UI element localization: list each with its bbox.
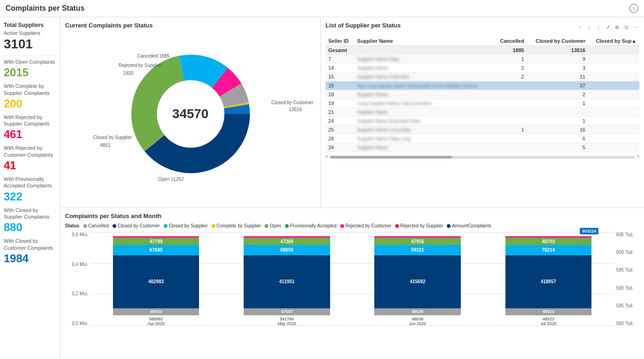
- stat-value-6: 1984: [4, 252, 56, 265]
- y-label-04: 0,4 Mio.: [72, 262, 88, 267]
- row-closed-customer: 6: [527, 134, 588, 143]
- bar-bottom-label-apr: 580892: [149, 317, 163, 321]
- row-closed-customer: 9: [527, 55, 588, 64]
- table-nav-prev[interactable]: <: [325, 154, 328, 159]
- tooltip-badge: 603224: [580, 228, 598, 234]
- left-panel: Total Suppliers Active Suppliers 3101 Wi…: [0, 17, 60, 359]
- bar-segment-may-closed-supplier: 68858: [244, 245, 330, 255]
- legend-closed-supplier: Closed by Supplier: [164, 223, 208, 228]
- row-closed-supplier: [588, 64, 639, 73]
- bars-area: 46033 402983 67690 47799: [91, 232, 614, 334]
- info-icon[interactable]: ℹ: [629, 4, 638, 13]
- legend-label-amount: AmountComplaints: [452, 223, 491, 228]
- y-right-600: 600 Tsd.: [616, 250, 634, 255]
- row-closed-customer: 1: [527, 117, 588, 126]
- expand-icon[interactable]: ⊡: [623, 24, 630, 31]
- row-closed-customer: 11: [527, 73, 588, 81]
- filter-icon[interactable]: ⊞: [613, 24, 621, 31]
- row-id: 19: [325, 99, 354, 108]
- stat-label-2: With Rejected by Supplier Complaints: [4, 114, 56, 127]
- row-id: 14: [325, 64, 354, 73]
- bar-bottom-label-jul: 48523: [543, 317, 554, 321]
- bar-segment-apr-closed-supplier: 67690: [113, 245, 199, 255]
- row-closed-customer: 2: [527, 90, 588, 99]
- legend-dot-complete-supplier: [212, 224, 215, 228]
- row-closed-customer: 5: [527, 143, 588, 152]
- bottom-panel: Complaints per Status and Month Status C…: [60, 208, 644, 359]
- col-closed-customer[interactable]: Closed by Customer: [527, 36, 588, 46]
- row-cancelled: 2: [494, 73, 527, 81]
- table-row: 14 Supplier Name 2 3: [325, 64, 639, 73]
- total-value: 3101: [4, 37, 56, 52]
- row-name: Supplier Name Data: [354, 55, 494, 64]
- row-cancelled: [494, 99, 527, 108]
- legend-label-rejected-supplier: Rejected by Supplier: [400, 223, 443, 228]
- legend-rejected-customer: Rejected by Customer: [340, 223, 392, 228]
- bar-bottom-label-may: 591794: [280, 317, 294, 321]
- stat-label-4: With Provisionally Accepted Complaints: [4, 176, 56, 189]
- header: Complaints per Status ℹ: [0, 0, 644, 17]
- row-closed-supplier: [588, 90, 639, 99]
- stacked-bar-apr: 46033 402983 67690 47799: [113, 236, 199, 315]
- legend-label-open: Open: [270, 223, 281, 228]
- row-closed-supplier: [588, 99, 639, 108]
- sort-asc-icon[interactable]: ↑: [576, 24, 584, 31]
- row-closed-customer: 16: [527, 126, 588, 134]
- row-closed-supplier: [588, 143, 639, 152]
- row-closed-supplier: [588, 126, 639, 134]
- more-icon[interactable]: ···: [632, 24, 639, 31]
- table-row-highlighted: 16 Very Long Supplier Name That Extends …: [325, 81, 639, 90]
- y-right-585: 585 Tsd.: [616, 303, 634, 308]
- legend-dot-amount: [447, 224, 451, 228]
- table-scroll[interactable]: Seller ID Supplier Name Cancelled Closed…: [325, 36, 639, 152]
- table-nav-next[interactable]: >: [637, 154, 639, 159]
- col-supplier-name[interactable]: Supplier Name: [354, 36, 494, 46]
- legend-complete-supplier: Complete by Supplier: [212, 223, 261, 228]
- row-name: Supplier Name: [354, 108, 494, 117]
- bar-segment-may-amount: 411951: [244, 255, 330, 308]
- stat-label-3: With Rejected by Customer Complaints: [4, 145, 56, 158]
- row-closed-supplier: [588, 108, 639, 117]
- sort-desc-icon[interactable]: ↓: [585, 24, 593, 31]
- total-label: Gesamt: [325, 46, 354, 55]
- row-cancelled: [494, 108, 527, 117]
- y-right-580: 580 Tsd.: [616, 321, 634, 326]
- pin-icon[interactable]: ↗: [604, 24, 611, 31]
- col-seller-id[interactable]: Seller ID: [325, 36, 354, 46]
- y-right-605: 605 Tsd.: [616, 232, 634, 237]
- row-closed-customer: 1: [527, 99, 588, 108]
- donut-label-closed-supplier-2: 4851: [100, 143, 110, 148]
- legend-dot-rejected-supplier: [395, 224, 399, 228]
- table-hscroll[interactable]: [330, 156, 635, 159]
- bar-segment-apr-open: 47799: [113, 238, 199, 245]
- legend-status-label: Status: [65, 223, 80, 228]
- row-cancelled: [494, 117, 527, 126]
- donut-label-closed-supplier: Closed by Supplier: [93, 135, 132, 140]
- total-suppliers-title: Total Suppliers: [4, 22, 56, 28]
- bar-group-may: 47507 411951 68858 47369 591794 May 2020: [229, 236, 345, 326]
- legend-label-cancelled: Cancelled: [88, 223, 109, 228]
- row-name: Long Supplier Name Data Extended: [354, 99, 494, 108]
- bar-segment-jul-cancelled: 48523: [505, 308, 592, 315]
- y-axis-left: 0,6 Mio. 0,4 Mio. 0,2 Mio. 0,0 Mio.: [65, 232, 91, 334]
- bar-segment-apr-amount: 402983: [113, 255, 199, 308]
- bar-segment-jul-amount: 418957: [505, 255, 592, 308]
- page-title: Complaints per Status: [6, 4, 85, 13]
- legend-dot-provisionally: [285, 224, 289, 228]
- row-cancelled: [494, 90, 527, 99]
- sort-both-icon[interactable]: ↕: [595, 24, 602, 31]
- col-closed-supplier[interactable]: Closed by Sup▲: [588, 36, 639, 46]
- chart-wrapper: 0,6 Mio. 0,4 Mio. 0,2 Mio. 0,0 Mio.: [65, 232, 639, 334]
- bar-segment-apr-cancelled: 46033: [113, 308, 199, 315]
- row-id: 7: [325, 55, 354, 64]
- row-closed-supplier: [588, 73, 639, 81]
- row-closed-supplier: [588, 117, 639, 126]
- row-name: Supplier Name: [354, 64, 494, 73]
- legend-amount: AmountComplaints: [447, 223, 491, 228]
- donut-container: 34570 Cancelled 1885 Rejected by Supplie…: [65, 33, 316, 195]
- row-id: 34: [325, 143, 354, 152]
- row-cancelled: [494, 134, 527, 143]
- col-cancelled[interactable]: Cancelled: [494, 36, 527, 46]
- bar-month-label-jul: Jul 2020: [540, 321, 556, 326]
- row-id: 28: [325, 134, 354, 143]
